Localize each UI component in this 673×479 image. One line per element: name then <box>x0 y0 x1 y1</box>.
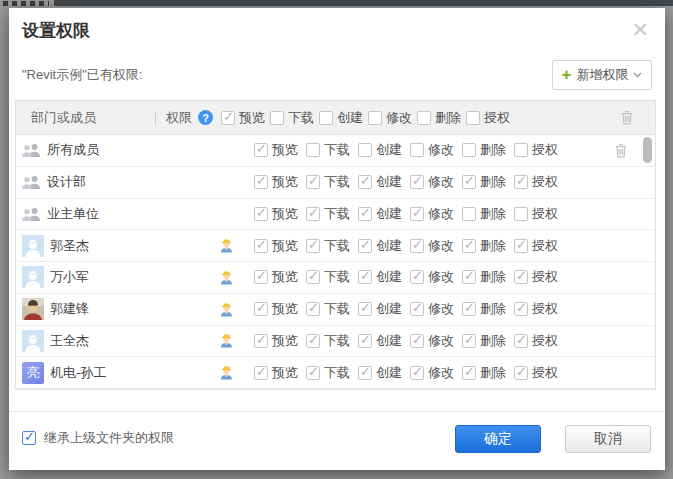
checkbox-授权[interactable] <box>514 270 528 284</box>
checkbox-下载[interactable] <box>306 270 320 284</box>
perm-cell: 预览下载创建修改删除授权 <box>254 141 566 159</box>
checkbox-创建[interactable] <box>358 334 372 348</box>
checkbox-删除[interactable] <box>462 143 476 157</box>
checkbox-创建[interactable] <box>358 302 372 316</box>
ok-button[interactable]: 确定 <box>455 425 541 453</box>
checkbox-修改[interactable] <box>410 207 424 221</box>
perm-label: 预览 <box>272 268 298 286</box>
perm-label: 预览 <box>272 364 298 382</box>
member-name: 设计部 <box>47 173 86 191</box>
inherit-checkbox[interactable] <box>22 431 36 445</box>
checkbox-删除[interactable] <box>462 270 476 284</box>
perm-修改: 修改 <box>410 205 454 223</box>
checkbox-授权[interactable] <box>514 334 528 348</box>
scrollbar-thumb[interactable] <box>643 137 652 163</box>
perm-label: 下载 <box>324 332 350 350</box>
perm-授权: 授权 <box>514 237 558 255</box>
checkbox-授权[interactable] <box>514 143 528 157</box>
checkbox-授权[interactable] <box>514 302 528 316</box>
checkbox-创建[interactable] <box>358 270 372 284</box>
checkbox-修改[interactable] <box>410 366 424 380</box>
checkbox-预览[interactable] <box>254 302 268 316</box>
checkbox-下载[interactable] <box>306 143 320 157</box>
member-cell: 王全杰 <box>22 330 219 352</box>
perm-创建: 创建 <box>358 364 402 382</box>
checkbox-预览[interactable] <box>254 207 268 221</box>
checkbox-创建[interactable] <box>358 239 372 253</box>
perm-label: 修改 <box>428 268 454 286</box>
help-icon[interactable]: ? <box>198 110 213 125</box>
perm-预览: 预览 <box>254 364 298 382</box>
checkbox-预览[interactable] <box>254 270 268 284</box>
perm-下载: 下载 <box>306 205 350 223</box>
perm-下载: 下载 <box>306 237 350 255</box>
perm-label: 预览 <box>239 109 265 127</box>
checkbox-预览[interactable] <box>254 366 268 380</box>
checkbox-授权[interactable] <box>514 366 528 380</box>
checkbox-创建[interactable] <box>358 207 372 221</box>
group-icon <box>22 143 41 157</box>
perm-删除: 删除 <box>462 364 506 382</box>
checkbox-修改[interactable] <box>368 111 382 125</box>
perm-授权: 授权 <box>514 268 558 286</box>
perm-label: 下载 <box>324 205 350 223</box>
perm-cell: 预览下载创建修改删除授权 <box>254 332 566 350</box>
checkbox-删除[interactable] <box>462 334 476 348</box>
checkbox-下载[interactable] <box>306 175 320 189</box>
checkbox-修改[interactable] <box>410 175 424 189</box>
perm-label: 下载 <box>324 237 350 255</box>
table-row: 王全杰 预览下载创建修改删除授权 <box>16 326 655 358</box>
checkbox-删除[interactable] <box>462 366 476 380</box>
row-trash-icon[interactable] <box>614 143 628 158</box>
checkbox-下载[interactable] <box>270 111 284 125</box>
checkbox-下载[interactable] <box>306 207 320 221</box>
close-icon[interactable]: ✕ <box>627 15 653 44</box>
worker-cell <box>219 237 254 254</box>
member-name: 郭圣杰 <box>50 237 89 255</box>
checkbox-删除[interactable] <box>462 302 476 316</box>
add-permission-button[interactable]: + 新增权限 <box>552 60 652 90</box>
checkbox-下载[interactable] <box>306 239 320 253</box>
checkbox-授权[interactable] <box>514 239 528 253</box>
checkbox-创建[interactable] <box>358 143 372 157</box>
checkbox-预览[interactable] <box>221 111 235 125</box>
member-cell: 郭圣杰 <box>22 235 219 257</box>
perm-label: 授权 <box>532 268 558 286</box>
checkbox-授权[interactable] <box>514 207 528 221</box>
worker-cell <box>219 364 254 381</box>
checkbox-预览[interactable] <box>254 143 268 157</box>
perm-预览: 预览 <box>254 173 298 191</box>
checkbox-创建[interactable] <box>358 366 372 380</box>
header-trash-icon[interactable] <box>620 110 634 125</box>
table-row: 郭圣杰 预览下载创建修改删除授权 <box>16 230 655 262</box>
checkbox-预览[interactable] <box>254 175 268 189</box>
checkbox-预览[interactable] <box>254 239 268 253</box>
perm-label: 授权 <box>532 300 558 318</box>
checkbox-创建[interactable] <box>319 111 333 125</box>
checkbox-预览[interactable] <box>254 334 268 348</box>
perm-创建: 创建 <box>358 237 402 255</box>
checkbox-下载[interactable] <box>306 366 320 380</box>
checkbox-删除[interactable] <box>462 239 476 253</box>
checkbox-创建[interactable] <box>358 175 372 189</box>
checkbox-授权[interactable] <box>466 111 480 125</box>
checkbox-修改[interactable] <box>410 334 424 348</box>
perm-label: 删除 <box>480 237 506 255</box>
member-name: 王全杰 <box>50 332 89 350</box>
checkbox-删除[interactable] <box>462 175 476 189</box>
checkbox-下载[interactable] <box>306 302 320 316</box>
perm-cell: 预览下载创建修改删除授权 <box>254 237 566 255</box>
perm-修改: 修改 <box>410 332 454 350</box>
checkbox-修改[interactable] <box>410 270 424 284</box>
worker-cell <box>219 332 254 349</box>
checkbox-修改[interactable] <box>410 239 424 253</box>
checkbox-修改[interactable] <box>410 143 424 157</box>
checkbox-删除[interactable] <box>417 111 431 125</box>
member-cell: 设计部 <box>22 173 219 191</box>
checkbox-授权[interactable] <box>514 175 528 189</box>
checkbox-删除[interactable] <box>462 207 476 221</box>
checkbox-下载[interactable] <box>306 334 320 348</box>
cancel-button[interactable]: 取消 <box>565 425 651 453</box>
perm-label: 预览 <box>272 237 298 255</box>
checkbox-修改[interactable] <box>410 302 424 316</box>
